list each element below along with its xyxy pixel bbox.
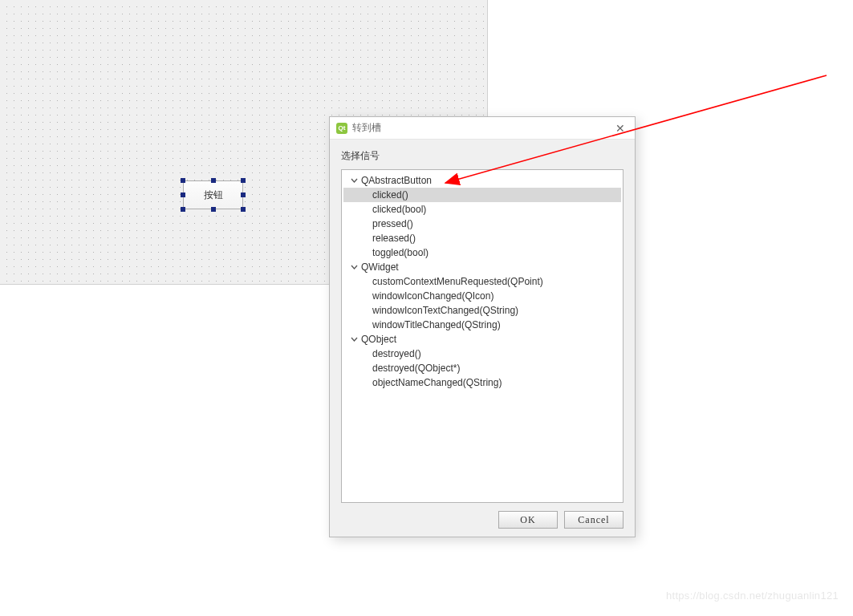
watermark-text: https://blog.csdn.net/zhuguanlin121 bbox=[666, 590, 839, 602]
chevron-down-icon[interactable] bbox=[350, 263, 358, 271]
signal-item-label: pressed() bbox=[372, 218, 413, 229]
widget-pushbutton-label: 按钮 bbox=[204, 188, 223, 202]
signal-item-label: clicked() bbox=[372, 189, 408, 201]
selected-widget[interactable]: 按钮 bbox=[183, 180, 243, 209]
signal-item[interactable]: objectNameChanged(QString) bbox=[343, 375, 621, 390]
tree-group-label: QAbstractButton bbox=[361, 175, 432, 186]
resize-handle-tc[interactable] bbox=[211, 178, 216, 183]
tree-group: QObjectdestroyed()destroyed(QObject*)obj… bbox=[343, 332, 621, 390]
go-to-slot-dialog: Qt 转到槽 ✕ 选择信号 QAbstractButtonclicked()cl… bbox=[329, 116, 636, 537]
dialog-button-row: OK Cancel bbox=[341, 511, 624, 529]
chevron-down-icon[interactable] bbox=[350, 176, 358, 184]
signal-item-label: destroyed(QObject*) bbox=[372, 363, 460, 374]
signal-item-label: windowTitleChanged(QString) bbox=[372, 319, 501, 330]
tree-group-header[interactable]: QWidget bbox=[343, 260, 621, 274]
signal-item[interactable]: pressed() bbox=[343, 217, 621, 231]
cancel-button[interactable]: Cancel bbox=[564, 511, 624, 529]
signal-item[interactable]: windowIconChanged(QIcon) bbox=[343, 289, 621, 303]
signal-item-label: destroyed() bbox=[372, 348, 421, 359]
tree-group-header[interactable]: QObject bbox=[343, 332, 621, 346]
ok-button[interactable]: OK bbox=[498, 511, 558, 529]
tree-group-header[interactable]: QAbstractButton bbox=[343, 173, 621, 188]
resize-handle-br[interactable] bbox=[241, 207, 246, 212]
tree-group: QWidgetcustomContextMenuRequested(QPoint… bbox=[343, 260, 621, 332]
signal-item-label: released() bbox=[372, 233, 416, 244]
chevron-down-icon[interactable] bbox=[350, 335, 358, 343]
tree-group-label: QWidget bbox=[361, 261, 399, 273]
widget-pushbutton[interactable]: 按钮 bbox=[183, 180, 243, 209]
resize-handle-bl[interactable] bbox=[181, 207, 185, 212]
signal-item-label: objectNameChanged(QString) bbox=[372, 377, 502, 388]
resize-handle-ml[interactable] bbox=[181, 192, 185, 197]
cancel-button-label: Cancel bbox=[578, 514, 609, 526]
tree-group: QAbstractButtonclicked()clicked(bool)pre… bbox=[343, 173, 621, 260]
signal-item[interactable]: windowTitleChanged(QString) bbox=[343, 318, 621, 332]
signal-tree[interactable]: QAbstractButtonclicked()clicked(bool)pre… bbox=[341, 169, 624, 503]
signal-item-label: windowIconTextChanged(QString) bbox=[372, 305, 518, 316]
signal-item-label: clicked(bool) bbox=[372, 204, 426, 215]
tree-group-label: QObject bbox=[361, 334, 396, 345]
close-icon[interactable]: ✕ bbox=[612, 122, 628, 135]
signal-item-label: toggled(bool) bbox=[372, 247, 429, 258]
signal-item[interactable]: destroyed(QObject*) bbox=[343, 361, 621, 375]
resize-handle-mr[interactable] bbox=[241, 192, 246, 197]
signal-item[interactable]: windowIconTextChanged(QString) bbox=[343, 303, 621, 318]
dialog-title: 转到槽 bbox=[352, 121, 612, 135]
signal-item[interactable]: released() bbox=[343, 231, 621, 245]
dialog-titlebar[interactable]: Qt 转到槽 ✕ bbox=[330, 117, 635, 140]
select-signal-label: 选择信号 bbox=[341, 149, 624, 163]
signal-item[interactable]: clicked() bbox=[343, 188, 621, 202]
resize-handle-tr[interactable] bbox=[241, 178, 246, 183]
resize-handle-tl[interactable] bbox=[181, 178, 185, 183]
dialog-body: 选择信号 QAbstractButtonclicked()clicked(boo… bbox=[330, 140, 635, 537]
signal-item-label: windowIconChanged(QIcon) bbox=[372, 290, 494, 302]
qt-logo-icon: Qt bbox=[336, 123, 347, 134]
signal-item[interactable]: destroyed() bbox=[343, 346, 621, 361]
signal-item-label: customContextMenuRequested(QPoint) bbox=[372, 276, 543, 287]
resize-handle-bc[interactable] bbox=[211, 207, 216, 212]
signal-item[interactable]: toggled(bool) bbox=[343, 245, 621, 260]
ok-button-label: OK bbox=[520, 514, 535, 526]
signal-item[interactable]: customContextMenuRequested(QPoint) bbox=[343, 274, 621, 289]
signal-item[interactable]: clicked(bool) bbox=[343, 202, 621, 217]
